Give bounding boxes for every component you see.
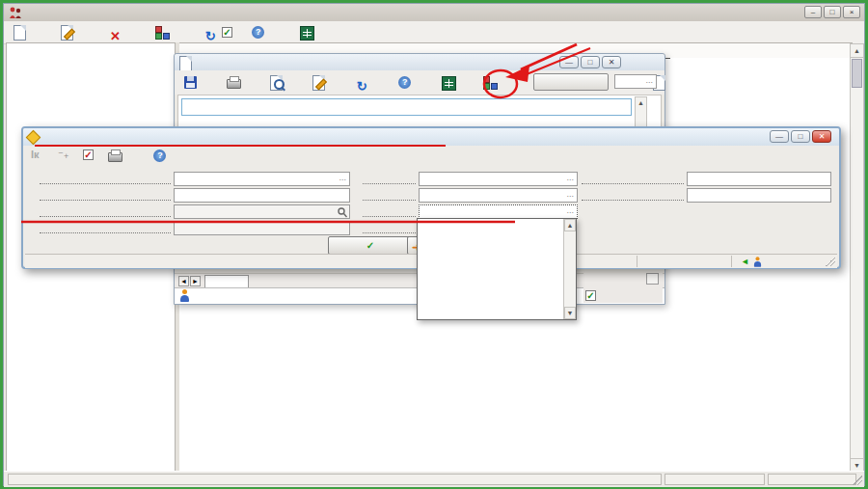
- org-structure-icon[interactable]: [154, 24, 171, 41]
- document-icon: [179, 56, 192, 69]
- new-document-icon[interactable]: [12, 24, 28, 41]
- nakazy-minimize-button[interactable]: —: [559, 56, 579, 68]
- dialog-toolbar: Ік ⁻₊ ✓ ?: [23, 146, 839, 167]
- main-toolbar: ✕ ↻ ? ✓: [4, 21, 864, 44]
- period-to-input[interactable]: ...: [419, 188, 578, 203]
- dialog-maximize-button[interactable]: □: [791, 130, 810, 143]
- dropdown-scroll-down[interactable]: ▼: [564, 307, 576, 319]
- print-icon[interactable]: [225, 74, 241, 91]
- order-start-label-row: [579, 174, 685, 186]
- excel-export-icon[interactable]: [440, 74, 456, 91]
- verify-icon[interactable]: ✓: [83, 149, 94, 160]
- status-pp-period: [665, 474, 765, 485]
- table-vertical-scrollbar[interactable]: ▲ ▼: [850, 43, 864, 473]
- change-period-button[interactable]: [533, 73, 609, 91]
- close-button[interactable]: ×: [843, 6, 860, 18]
- nakazy-close-button[interactable]: ✕: [602, 56, 621, 68]
- status-rp-period: [768, 474, 856, 485]
- period-to-label-row: [360, 190, 417, 203]
- scroll-down-arrow[interactable]: ▼: [851, 458, 863, 472]
- dialog-titlebar: — □ ✕: [23, 128, 839, 146]
- main-titlebar: – □ ×: [4, 4, 864, 21]
- print-preview-icon[interactable]: [268, 74, 285, 91]
- edit-document-icon[interactable]: [59, 24, 75, 41]
- set-rr-label-row: [360, 223, 417, 235]
- add-tool-icon[interactable]: ⁻₊: [58, 149, 69, 161]
- period-from-label-row: [360, 174, 417, 186]
- reason-label-row: [360, 206, 417, 219]
- user-icon: [753, 257, 762, 266]
- reason-dropdown: ▲ ▼: [417, 218, 577, 320]
- dialog-close-button[interactable]: ✕: [812, 130, 831, 143]
- app-icon: [9, 7, 22, 19]
- properties-icon[interactable]: [311, 74, 327, 91]
- excel-export-icon[interactable]: [298, 24, 314, 41]
- refresh-icon[interactable]: ↻: [354, 79, 370, 95]
- department-input[interactable]: [174, 221, 350, 235]
- print-icon[interactable]: [106, 148, 122, 164]
- table-top-rows: [670, 58, 853, 125]
- order-end-input[interactable]: [687, 188, 831, 203]
- check-icon: ✓: [366, 240, 374, 251]
- main-status-bar: [4, 471, 864, 487]
- reason-combobox[interactable]: ...: [419, 204, 578, 219]
- person-icon: [179, 289, 190, 302]
- dropdown-scrollbar[interactable]: ▲ ▼: [563, 219, 576, 319]
- employee-input[interactable]: [174, 204, 350, 219]
- accept-button[interactable]: ✓: [328, 236, 413, 255]
- scroll-up-arrow[interactable]: ▲: [851, 44, 863, 58]
- search-icon[interactable]: [338, 207, 347, 217]
- minimize-button[interactable]: –: [804, 6, 822, 18]
- readonly-checkbox[interactable]: ✓: [585, 290, 596, 301]
- status-empty-cell: [8, 474, 662, 485]
- dialog-resize-grip[interactable]: [826, 257, 835, 266]
- scroll-thumb[interactable]: [852, 59, 862, 88]
- period-from-input[interactable]: ...: [419, 172, 578, 186]
- save-icon[interactable]: [182, 74, 199, 91]
- help-icon[interactable]: ?: [396, 74, 413, 91]
- nakazy-titlebar: — □ ✕: [175, 54, 665, 70]
- department-label-row: [37, 223, 172, 235]
- main-mode-checkbox[interactable]: ✓: [222, 27, 232, 38]
- dialog-minimize-button[interactable]: —: [770, 130, 789, 143]
- tab-nakazy[interactable]: [204, 275, 249, 288]
- nakazy-report-title: [181, 98, 632, 116]
- date-input[interactable]: ...: [174, 172, 350, 186]
- dialog-icon: [26, 129, 41, 145]
- org-structure-icon[interactable]: [482, 74, 499, 91]
- nakazy-toolbar: ↻ ? ...: [175, 70, 665, 95]
- readonly-panel: ✓: [583, 273, 663, 303]
- employee-label-row: [37, 206, 172, 219]
- tab-scroll-left[interactable]: ◄: [178, 276, 189, 286]
- desktop: – □ × ✕ ↻ ? ✓: [0, 0, 868, 489]
- help-icon[interactable]: ?: [151, 148, 168, 164]
- font-tool-icon[interactable]: Ік: [31, 149, 40, 160]
- order-end-label-row: [579, 190, 685, 203]
- maximize-button[interactable]: □: [824, 6, 841, 18]
- help-icon[interactable]: ?: [250, 24, 266, 41]
- docno-label-row: [37, 190, 172, 203]
- nav-next-button[interactable]: [646, 273, 659, 285]
- docno-input[interactable]: [174, 188, 350, 203]
- tab-scroll-right[interactable]: ►: [190, 276, 201, 286]
- status-green-icon: ◄: [741, 257, 749, 266]
- reason-ellipsis-button[interactable]: ...: [566, 205, 574, 215]
- resize-grip[interactable]: [853, 475, 862, 485]
- period-input[interactable]: ...: [614, 74, 657, 89]
- dropdown-scroll-up[interactable]: ▲: [564, 219, 576, 231]
- date-label-row: [37, 174, 172, 186]
- order-start-input[interactable]: [687, 172, 831, 186]
- nakazy-maximize-button[interactable]: □: [581, 56, 600, 68]
